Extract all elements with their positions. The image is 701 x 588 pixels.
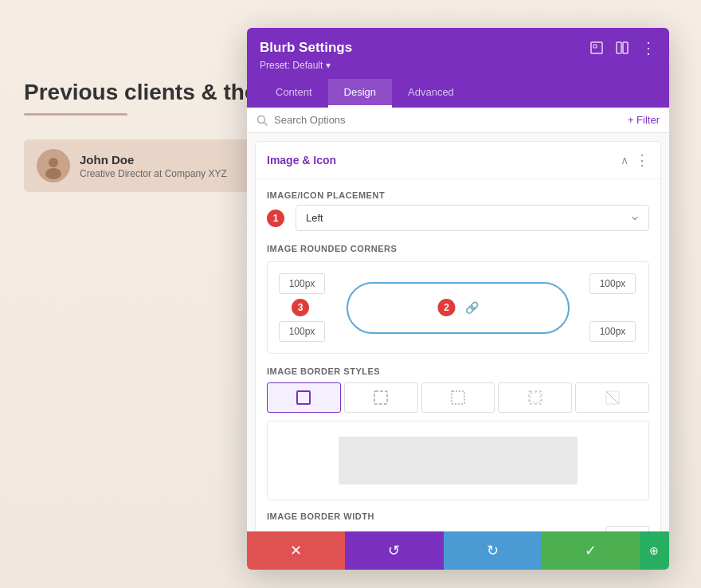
corner-top-right-input[interactable] [589, 273, 636, 294]
client-card: John Doe Creative Director at Company XY… [24, 139, 263, 192]
section-title: Image & Icon [267, 154, 336, 167]
header-icons: ⋮ [588, 39, 656, 57]
columns-icon[interactable] [613, 39, 631, 57]
svg-rect-5 [617, 42, 621, 53]
center-indicators: 2 🔗 [438, 299, 479, 316]
svg-rect-13 [531, 393, 540, 402]
title-underline [24, 113, 127, 116]
svg-line-15 [606, 391, 619, 404]
panel-body: + Filter Image & Icon ∧ ⋮ Image/Icon Pla… [247, 108, 669, 531]
border-style-dotted[interactable] [421, 382, 495, 413]
color-inner-box [339, 437, 578, 484]
client-info: John Doe Creative Director at Company XY… [80, 153, 227, 179]
expand-icon[interactable] [588, 39, 605, 57]
client-role: Creative Director at Company XYZ [80, 168, 227, 179]
border-styles-label: Image Border Styles [267, 367, 649, 376]
badge-1: 1 [267, 210, 284, 227]
placement-row: 1 Left [267, 205, 649, 231]
corner-top-left-input[interactable] [279, 273, 325, 294]
svg-rect-10 [374, 391, 387, 404]
client-name: John Doe [80, 153, 227, 167]
rounded-preview: 2 🔗 [331, 276, 585, 339]
undo-button[interactable]: ↺ [345, 531, 443, 570]
redo-button[interactable]: ↻ [444, 531, 542, 570]
rounded-corners-section: Image Rounded Corners [267, 244, 649, 354]
search-icon [257, 115, 268, 126]
svg-rect-6 [623, 42, 628, 53]
section-content: Image/Icon Placement 1 Left Image Rounde… [256, 179, 660, 512]
panel-title: Blurb Settings [260, 40, 352, 56]
tab-design[interactable]: Design [328, 79, 392, 108]
corner-bot-right-input[interactable] [589, 321, 636, 342]
rounded-shape: 2 🔗 [347, 282, 570, 334]
border-style-dashed[interactable] [344, 382, 418, 413]
image-icon-section: Image & Icon ∧ ⋮ Image/Icon Placement 1 … [255, 141, 661, 531]
svg-line-8 [264, 122, 268, 125]
panel-header-top: Blurb Settings ⋮ [260, 39, 656, 57]
bottom-bar: ✕ ↺ ↻ ✓ ⊕ [247, 531, 669, 570]
blurb-settings-panel: Blurb Settings ⋮ Preset: Defau [247, 28, 669, 570]
tab-content[interactable]: Content [260, 79, 328, 108]
search-bar: + Filter [247, 108, 669, 133]
corner-mid-left-area: 3 [279, 299, 327, 316]
border-style-double[interactable] [498, 382, 572, 413]
border-style-solid[interactable] [267, 382, 341, 413]
link-icon[interactable]: 🔗 [465, 301, 479, 314]
border-width-section: Image Border Width 0px [256, 512, 660, 531]
placement-select[interactable]: Left [296, 205, 649, 231]
svg-point-2 [45, 168, 61, 179]
slider-value[interactable]: 0px [605, 526, 649, 531]
badge-3: 3 [292, 299, 309, 316]
chevron-down-icon [631, 214, 639, 222]
border-style-none[interactable] [575, 382, 649, 413]
rounded-corners-label: Image Rounded Corners [267, 244, 649, 253]
svg-rect-11 [452, 391, 464, 404]
settings-small-button[interactable]: ⊕ [640, 531, 669, 570]
preset-label[interactable]: Preset: Default ▾ [260, 60, 656, 71]
filter-button[interactable]: + Filter [628, 114, 660, 126]
more-icon[interactable]: ⋮ [639, 39, 656, 57]
section-more-icon[interactable]: ⋮ [635, 151, 649, 169]
cancel-button[interactable]: ✕ [247, 531, 345, 570]
section-header-icons: ∧ ⋮ [621, 151, 649, 169]
border-styles-row [267, 382, 649, 413]
placement-label: Image/Icon Placement [267, 190, 649, 200]
panel-header: Blurb Settings ⋮ Preset: Defau [247, 28, 669, 108]
corner-bot-left-input[interactable] [279, 321, 325, 342]
border-styles-section: Image Border Styles [267, 367, 649, 413]
tab-advanced[interactable]: Advanced [392, 79, 470, 108]
svg-point-1 [49, 158, 58, 167]
panel-tabs: Content Design Advanced [260, 79, 656, 108]
search-input[interactable] [274, 114, 621, 126]
corners-widget: 2 🔗 3 [267, 261, 649, 354]
badge-2: 2 [438, 299, 456, 316]
svg-rect-9 [297, 391, 310, 404]
border-width-label: Image Border Width [267, 512, 649, 521]
save-button[interactable]: ✓ [542, 531, 640, 570]
color-preview-area [267, 421, 649, 500]
avatar [37, 149, 70, 182]
corners-grid: 2 🔗 3 [279, 273, 637, 342]
svg-rect-4 [593, 45, 597, 48]
chevron-up-icon[interactable]: ∧ [621, 154, 629, 167]
slider-row: 0px [267, 526, 649, 531]
section-header: Image & Icon ∧ ⋮ [256, 142, 660, 179]
